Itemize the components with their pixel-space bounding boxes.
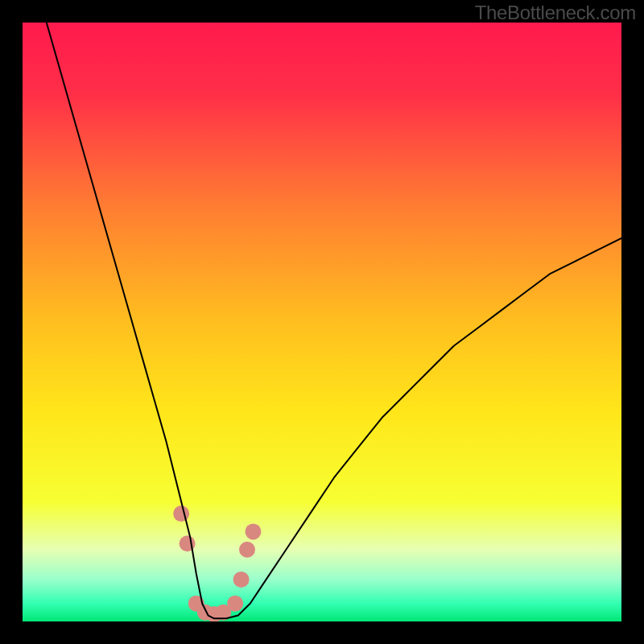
bottleneck-chart: [23, 23, 621, 621]
gradient-background: [23, 23, 621, 621]
chart-frame: TheBottleneck.com: [0, 0, 644, 644]
highlight-dot: [245, 523, 261, 539]
watermark-text: TheBottleneck.com: [475, 2, 636, 24]
highlight-dot: [233, 572, 250, 588]
highlight-dot: [239, 542, 255, 558]
highlight-dot: [227, 596, 243, 612]
highlight-dot: [173, 506, 189, 522]
